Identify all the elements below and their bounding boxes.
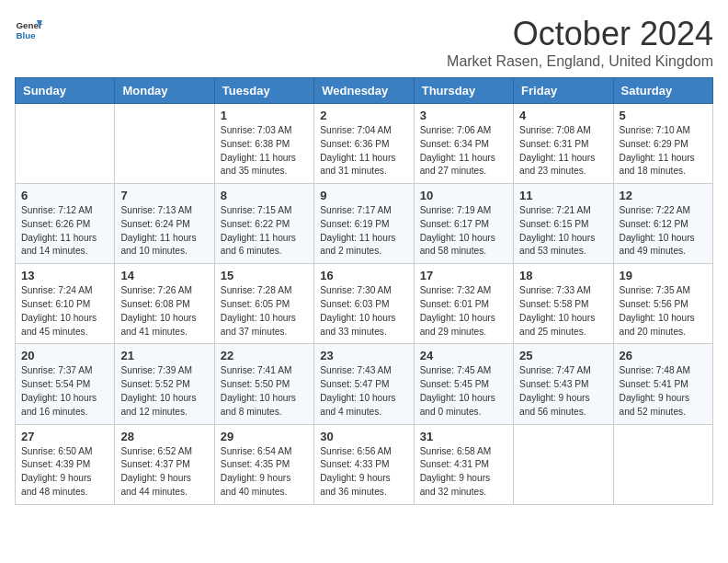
calendar-cell: 14Sunrise: 7:26 AMSunset: 6:08 PMDayligh… [115, 264, 214, 344]
calendar-cell: 31Sunrise: 6:58 AMSunset: 4:31 PMDayligh… [414, 424, 513, 504]
calendar-cell [613, 424, 712, 504]
calendar-cell [16, 104, 115, 184]
day-number: 16 [320, 269, 407, 282]
day-number: 8 [221, 189, 308, 202]
calendar-cell: 17Sunrise: 7:32 AMSunset: 6:01 PMDayligh… [414, 264, 513, 344]
month-title: October 2024 [447, 15, 713, 53]
day-info: Sunrise: 7:06 AMSunset: 6:34 PMDaylight:… [420, 124, 507, 178]
day-header-wednesday: Wednesday [314, 78, 414, 104]
calendar-cell [115, 104, 214, 184]
day-number: 15 [221, 269, 308, 282]
svg-text:Blue: Blue [17, 30, 37, 40]
day-number: 11 [519, 189, 607, 202]
day-number: 26 [620, 349, 707, 362]
day-info: Sunrise: 7:03 AMSunset: 6:38 PMDaylight:… [221, 124, 308, 178]
calendar-week-5: 27Sunrise: 6:50 AMSunset: 4:39 PMDayligh… [16, 424, 713, 504]
day-info: Sunrise: 7:17 AMSunset: 6:19 PMDaylight:… [320, 204, 407, 259]
day-info: Sunrise: 6:54 AMSunset: 4:35 PMDaylight:… [221, 445, 308, 500]
day-info: Sunrise: 6:56 AMSunset: 4:33 PMDaylight:… [320, 445, 407, 500]
day-info: Sunrise: 7:39 AMSunset: 5:52 PMDaylight:… [120, 364, 208, 419]
day-info: Sunrise: 7:41 AMSunset: 5:50 PMDaylight:… [221, 364, 308, 419]
calendar-week-3: 13Sunrise: 7:24 AMSunset: 6:10 PMDayligh… [16, 264, 713, 344]
day-info: Sunrise: 6:58 AMSunset: 4:31 PMDaylight:… [420, 445, 507, 500]
day-number: 1 [221, 109, 308, 122]
calendar-cell: 16Sunrise: 7:30 AMSunset: 6:03 PMDayligh… [314, 264, 414, 344]
day-info: Sunrise: 7:32 AMSunset: 6:01 PMDaylight:… [420, 284, 507, 339]
calendar-cell: 5Sunrise: 7:10 AMSunset: 6:29 PMDaylight… [613, 104, 712, 184]
header: General Blue October 2024 Market Rasen, … [15, 15, 713, 70]
calendar-cell: 27Sunrise: 6:50 AMSunset: 4:39 PMDayligh… [16, 424, 115, 504]
day-info: Sunrise: 7:19 AMSunset: 6:17 PMDaylight:… [420, 204, 507, 259]
calendar-cell: 6Sunrise: 7:12 AMSunset: 6:26 PMDaylight… [16, 184, 115, 264]
logo: General Blue [15, 15, 42, 42]
calendar-cell: 1Sunrise: 7:03 AMSunset: 6:38 PMDaylight… [214, 104, 313, 184]
calendar-header-row: SundayMondayTuesdayWednesdayThursdayFrid… [16, 78, 713, 104]
calendar-cell: 3Sunrise: 7:06 AMSunset: 6:34 PMDaylight… [414, 104, 513, 184]
day-number: 24 [420, 349, 507, 362]
calendar-cell: 19Sunrise: 7:35 AMSunset: 5:56 PMDayligh… [613, 264, 712, 344]
day-info: Sunrise: 7:33 AMSunset: 5:58 PMDaylight:… [519, 284, 607, 339]
day-info: Sunrise: 7:43 AMSunset: 5:47 PMDaylight:… [320, 364, 407, 419]
day-number: 13 [21, 269, 108, 282]
day-info: Sunrise: 7:15 AMSunset: 6:22 PMDaylight:… [221, 204, 308, 259]
calendar-cell: 21Sunrise: 7:39 AMSunset: 5:52 PMDayligh… [115, 344, 214, 424]
calendar-cell: 23Sunrise: 7:43 AMSunset: 5:47 PMDayligh… [314, 344, 414, 424]
day-header-saturday: Saturday [613, 78, 712, 104]
day-info: Sunrise: 7:47 AMSunset: 5:43 PMDaylight:… [519, 364, 607, 419]
day-info: Sunrise: 7:13 AMSunset: 6:24 PMDaylight:… [120, 204, 208, 259]
calendar-cell: 8Sunrise: 7:15 AMSunset: 6:22 PMDaylight… [214, 184, 313, 264]
day-info: Sunrise: 7:30 AMSunset: 6:03 PMDaylight:… [320, 284, 407, 339]
calendar-cell: 11Sunrise: 7:21 AMSunset: 6:15 PMDayligh… [514, 184, 613, 264]
day-info: Sunrise: 7:24 AMSunset: 6:10 PMDaylight:… [21, 284, 108, 339]
day-number: 21 [120, 349, 208, 362]
day-number: 6 [21, 189, 108, 202]
calendar-cell: 20Sunrise: 7:37 AMSunset: 5:54 PMDayligh… [16, 344, 115, 424]
day-info: Sunrise: 7:12 AMSunset: 6:26 PMDaylight:… [21, 204, 108, 259]
calendar-week-4: 20Sunrise: 7:37 AMSunset: 5:54 PMDayligh… [16, 344, 713, 424]
day-info: Sunrise: 7:45 AMSunset: 5:45 PMDaylight:… [420, 364, 507, 419]
calendar-cell: 2Sunrise: 7:04 AMSunset: 6:36 PMDaylight… [314, 104, 414, 184]
day-number: 12 [620, 189, 707, 202]
day-info: Sunrise: 7:26 AMSunset: 6:08 PMDaylight:… [120, 284, 208, 339]
day-info: Sunrise: 7:04 AMSunset: 6:36 PMDaylight:… [320, 124, 407, 178]
day-info: Sunrise: 7:08 AMSunset: 6:31 PMDaylight:… [519, 124, 607, 178]
calendar-week-2: 6Sunrise: 7:12 AMSunset: 6:26 PMDaylight… [16, 184, 713, 264]
day-header-sunday: Sunday [16, 78, 115, 104]
day-number: 23 [320, 349, 407, 362]
calendar-cell: 13Sunrise: 7:24 AMSunset: 6:10 PMDayligh… [16, 264, 115, 344]
calendar-cell: 18Sunrise: 7:33 AMSunset: 5:58 PMDayligh… [514, 264, 613, 344]
calendar-cell: 10Sunrise: 7:19 AMSunset: 6:17 PMDayligh… [414, 184, 513, 264]
day-number: 28 [120, 430, 208, 443]
day-number: 25 [519, 349, 607, 362]
title-area: October 2024 Market Rasen, England, Unit… [447, 15, 713, 70]
day-number: 22 [221, 349, 308, 362]
day-number: 5 [620, 109, 707, 122]
calendar-cell: 4Sunrise: 7:08 AMSunset: 6:31 PMDaylight… [514, 104, 613, 184]
calendar-table: SundayMondayTuesdayWednesdayThursdayFrid… [15, 77, 713, 505]
day-number: 4 [519, 109, 607, 122]
day-info: Sunrise: 7:28 AMSunset: 6:05 PMDaylight:… [221, 284, 308, 339]
day-number: 10 [420, 189, 507, 202]
calendar-cell: 26Sunrise: 7:48 AMSunset: 5:41 PMDayligh… [613, 344, 712, 424]
calendar-cell: 28Sunrise: 6:52 AMSunset: 4:37 PMDayligh… [115, 424, 214, 504]
calendar-cell: 30Sunrise: 6:56 AMSunset: 4:33 PMDayligh… [314, 424, 414, 504]
day-number: 29 [221, 430, 308, 443]
calendar-cell [514, 424, 613, 504]
calendar-cell: 15Sunrise: 7:28 AMSunset: 6:05 PMDayligh… [214, 264, 313, 344]
day-number: 31 [420, 430, 507, 443]
day-header-tuesday: Tuesday [214, 78, 313, 104]
day-number: 3 [420, 109, 507, 122]
location-title: Market Rasen, England, United Kingdom [447, 53, 713, 70]
day-header-thursday: Thursday [414, 78, 513, 104]
calendar-cell: 7Sunrise: 7:13 AMSunset: 6:24 PMDaylight… [115, 184, 214, 264]
day-number: 27 [21, 430, 108, 443]
calendar-cell: 29Sunrise: 6:54 AMSunset: 4:35 PMDayligh… [214, 424, 313, 504]
day-info: Sunrise: 7:35 AMSunset: 5:56 PMDaylight:… [620, 284, 707, 339]
day-info: Sunrise: 7:48 AMSunset: 5:41 PMDaylight:… [620, 364, 707, 419]
calendar-week-1: 1Sunrise: 7:03 AMSunset: 6:38 PMDaylight… [16, 104, 713, 184]
day-info: Sunrise: 7:21 AMSunset: 6:15 PMDaylight:… [519, 204, 607, 259]
day-number: 19 [620, 269, 707, 282]
calendar-cell: 24Sunrise: 7:45 AMSunset: 5:45 PMDayligh… [414, 344, 513, 424]
calendar-cell: 12Sunrise: 7:22 AMSunset: 6:12 PMDayligh… [613, 184, 712, 264]
day-info: Sunrise: 6:50 AMSunset: 4:39 PMDaylight:… [21, 445, 108, 500]
